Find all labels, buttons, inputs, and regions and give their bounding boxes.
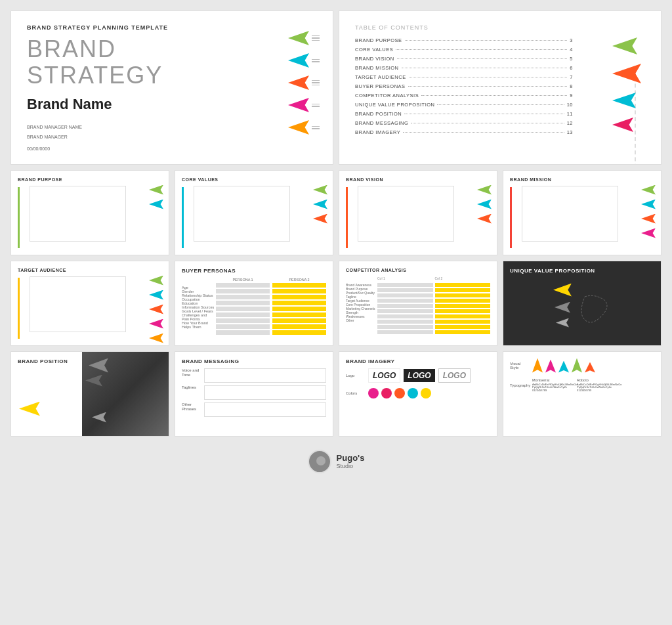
brand-mission-content	[522, 186, 618, 242]
visual-style-row: Visual Style	[510, 358, 654, 373]
sm-plane-cyan-icon	[149, 200, 163, 209]
comp-bar-y-5	[435, 304, 491, 308]
comp-col2: Col 2	[435, 276, 491, 335]
toc-dots-10	[411, 123, 564, 123]
target-audience-panel: TARGET AUDIENCE	[10, 261, 169, 346]
svg-point-0	[316, 456, 326, 465]
toc-num-9: 11	[567, 111, 573, 117]
imagery-logo-row: Logo LOGO LOGO LOGO	[346, 368, 490, 383]
accent-bar-cyan	[182, 187, 184, 248]
comp-bar-y-4	[435, 299, 491, 303]
toc-item-4: BRAND MISSION 6	[355, 65, 573, 71]
plane-yellow-orange-icon	[288, 120, 309, 135]
studio-sub-text: Studio	[337, 463, 365, 469]
toc-label-10: BRAND MESSAGING	[355, 120, 408, 126]
plane-lines-2-icon	[312, 59, 320, 62]
toc-dots-2	[396, 49, 567, 50]
cover-planes	[288, 31, 320, 135]
imagery-colors-row: Colors	[346, 388, 490, 399]
comp-bar-y-8	[435, 320, 491, 324]
comp-bar-y-3	[435, 293, 491, 297]
persona-row-brand: How Your Brand Helps Them	[182, 321, 215, 329]
comp-bar-y-9	[435, 325, 491, 329]
p1-bar-1	[216, 283, 270, 288]
comp-bar-g-8	[377, 320, 433, 324]
brand-position-plane-yellow-icon	[19, 402, 40, 416]
sm-plane-orange-4-icon	[641, 214, 656, 224]
comp-bar-y-1	[435, 283, 491, 287]
color-cyan	[408, 388, 418, 399]
msg-taglines-label: Taglines	[182, 385, 201, 400]
comp-bar-g-3	[377, 293, 433, 297]
imagery-colors-label: Colors	[346, 391, 364, 395]
plane-lines-5-icon	[312, 126, 320, 129]
msg-voice-label: Voice and Tone	[182, 368, 201, 383]
toc-item-3: BRAND VISION 5	[355, 56, 573, 62]
toc-num-5: 7	[570, 74, 573, 80]
toc-item-10: BRAND MESSAGING 12	[355, 120, 573, 126]
brand-vision-title: BRAND VISION	[346, 177, 490, 182]
msg-other-section: Other Phrases	[182, 402, 326, 417]
comp-bar-g-9	[377, 325, 433, 329]
brand-imagery-title: BRAND IMAGERY	[346, 358, 490, 364]
visual-style-label: Visual Style	[510, 362, 528, 370]
uvp-title: UNIQUE VALUE PROPOSITION	[510, 268, 654, 274]
imagery-color-circles	[368, 388, 431, 399]
vs-plane-4-icon	[572, 358, 582, 373]
p2-bar-9	[272, 330, 326, 335]
core-values-title: CORE VALUES	[182, 177, 326, 182]
font1-name: Montserrat	[532, 378, 572, 382]
vs-plane-1-icon	[532, 358, 543, 373]
uvp-plane-gray-icon	[555, 302, 570, 313]
msg-voice-section: Voice and Tone	[182, 368, 326, 383]
cover-manager-name: BRAND MANAGER NAME	[27, 123, 317, 131]
vs-plane-2-icon	[545, 360, 556, 373]
bp-plane-dark-icon	[85, 375, 102, 387]
comp-label-3: Product/Svc Quality	[346, 291, 375, 295]
color-yellow	[421, 388, 431, 399]
brand-mission-planes	[641, 185, 656, 238]
plane-lines-4-icon	[312, 104, 320, 107]
buyer-personas-title: BUYER PERSONAS	[182, 268, 326, 274]
brand-mission-title: BRAND MISSION	[510, 177, 654, 182]
target-audience-title: TARGET AUDIENCE	[18, 268, 162, 272]
msg-voice-box	[204, 368, 326, 383]
toc-title: TABLE OF CONTENTS	[355, 24, 645, 31]
sm-plane-green-5-icon	[149, 276, 163, 286]
comp-row-labels: Brand Awareness Brand Purpose Product/Sv…	[346, 276, 375, 335]
p1-bar-8	[216, 324, 270, 329]
accent-bar-green	[18, 187, 20, 248]
persona2-col: PERSONA 2	[272, 278, 326, 336]
cover-date: 00/00/0000	[27, 146, 317, 151]
personas-row-labels: Age Gender Relationship Status Occupatio…	[182, 278, 213, 336]
sm-plane-green-3-icon	[477, 185, 492, 195]
plane-orange-icon	[288, 75, 309, 90]
p2-bar-3	[272, 295, 326, 299]
comp-bar-g-2	[377, 288, 433, 292]
comp-col1: Col 1	[377, 276, 433, 335]
toc-num-4: 6	[570, 65, 573, 71]
p2-bar-8	[272, 324, 326, 329]
competitor-analysis-title: COMPETITOR ANALYSIS	[346, 268, 490, 272]
comp-bar-g-10	[377, 330, 433, 334]
avatar-icon	[309, 451, 331, 473]
persona2-label: PERSONA 2	[272, 278, 326, 282]
plane-lines-3-icon	[312, 80, 320, 86]
plane-green-icon	[288, 31, 309, 45]
font2-col: Roboto AaBbCcDdEeFfGgHhIiJjKkLlMmNnOoPpQ…	[577, 378, 616, 393]
p2-bar-7	[272, 318, 326, 323]
brand-position-photo	[82, 352, 169, 436]
comp-bar-g-1	[377, 283, 433, 287]
msg-other-box	[204, 402, 326, 417]
toc-plane-cyan-icon	[612, 93, 636, 108]
toc-num-1: 3	[570, 37, 573, 43]
p1-bar-7	[216, 318, 270, 323]
cover-title: BRAND STRATEGY	[27, 36, 317, 88]
color-red	[381, 388, 392, 399]
comp-bar-g-6	[377, 309, 433, 313]
toc-item-6: BUYER PERSONAS 8	[355, 83, 573, 89]
comp-label-7: Marketing Channels	[346, 307, 375, 311]
sm-plane-pink-4-icon	[641, 228, 656, 238]
persona-row-info: Information Sources	[182, 305, 215, 309]
footer: Pugo's Studio	[308, 450, 365, 473]
